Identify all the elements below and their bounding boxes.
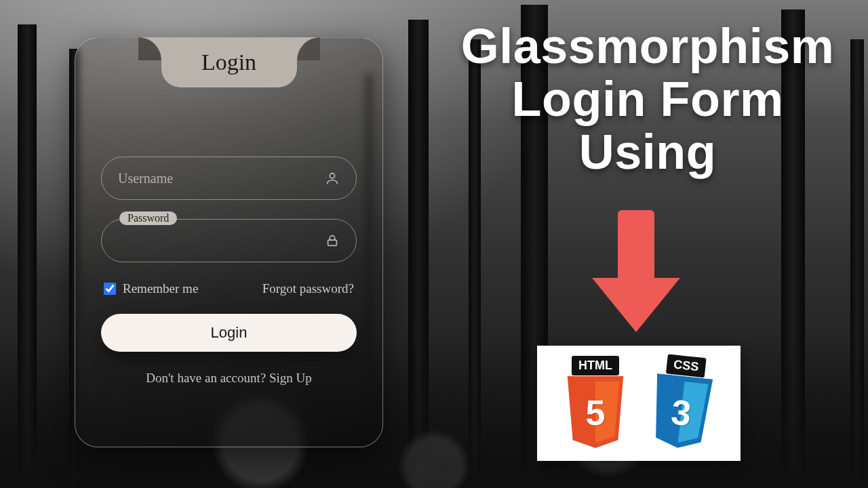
remember-label: Remember me xyxy=(123,281,198,296)
login-form: Password Remember me Forgot password? Lo… xyxy=(101,157,357,386)
html5-label: HTML xyxy=(572,356,619,375)
signup-prefix: Don't have an account? xyxy=(146,371,269,385)
signup-link[interactable]: Sign Up xyxy=(269,371,312,385)
login-title-tab: Login xyxy=(161,37,297,87)
headline-line1: Glassmorphism xyxy=(434,20,861,73)
tech-logos: HTML 5 CSS 3 xyxy=(537,346,741,461)
options-row: Remember me Forgot password? xyxy=(104,281,354,296)
password-float-label: Password xyxy=(119,211,177,225)
password-field-wrap: Password xyxy=(101,219,357,262)
remember-checkbox[interactable] xyxy=(104,283,116,295)
svg-rect-1 xyxy=(328,240,337,245)
login-button[interactable]: Login xyxy=(101,314,357,352)
arrow-down-icon xyxy=(595,210,677,332)
user-icon xyxy=(325,171,340,186)
headline-line3: Using xyxy=(434,126,861,179)
forgot-password-link[interactable]: Forgot password? xyxy=(262,281,354,296)
headline: Glassmorphism Login Form Using xyxy=(434,20,861,178)
signup-row: Don't have an account? Sign Up xyxy=(101,371,357,386)
css3-label: CSS xyxy=(666,354,707,378)
login-title: Login xyxy=(201,49,256,75)
html5-logo: HTML 5 xyxy=(555,356,636,451)
username-field-wrap xyxy=(101,157,357,200)
username-input[interactable] xyxy=(118,171,325,186)
remember-me[interactable]: Remember me xyxy=(104,281,198,296)
html5-number: 5 xyxy=(586,392,606,433)
lock-icon xyxy=(325,233,340,248)
svg-point-0 xyxy=(330,174,334,178)
css3-logo: CSS 3 xyxy=(637,352,728,455)
css3-number: 3 xyxy=(669,392,693,434)
password-input[interactable] xyxy=(118,233,325,249)
login-card: Login Password Remember xyxy=(75,37,383,447)
headline-line2: Login Form xyxy=(434,73,861,126)
